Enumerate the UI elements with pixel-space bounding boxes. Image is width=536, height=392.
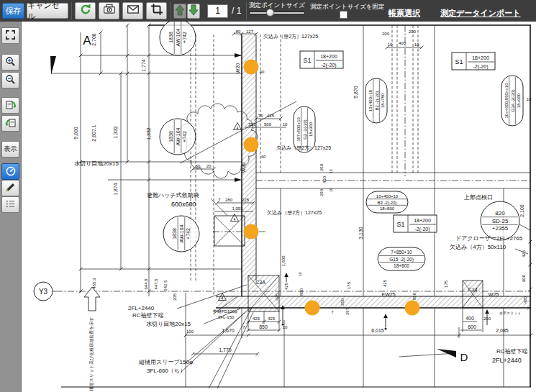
display-button[interactable]: 表示 — [1, 141, 19, 158]
rotate-back-button[interactable] — [1, 115, 19, 132]
drawing-annotation: 1,332 — [146, 127, 151, 140]
drawing-annotation: 225 — [242, 198, 250, 202]
drawing-annotation: 水平スリット — [499, 311, 521, 315]
measurement-point[interactable] — [244, 60, 259, 75]
drawing-annotation: 5,870 — [353, 86, 358, 99]
svg-text:18+800: 18+800 — [394, 263, 409, 268]
drawing-annotation: 400 — [465, 316, 474, 321]
drawing-annotation: 75 — [258, 114, 263, 118]
measurement-point[interactable] — [244, 224, 259, 240]
print-icon — [103, 3, 116, 19]
page-up-button[interactable] — [173, 4, 186, 19]
drawing-annotation: 175 — [347, 281, 351, 289]
zoom-out-icon — [5, 74, 16, 86]
drawing-annotation: 1,600 — [281, 255, 286, 267]
rotate-forward-icon — [5, 99, 17, 112]
drawing-annotation: 850 — [259, 324, 268, 329]
drawing-annotation: 水切り目地20x15 — [74, 160, 119, 167]
svg-text:+742: +742 — [186, 228, 191, 240]
drawing-annotation: 40 — [260, 70, 265, 74]
measurement-point[interactable] — [244, 137, 259, 152]
point-size-slider-thumb[interactable] — [266, 9, 274, 17]
drawing-canvas[interactable]: 1838AW-104+7421838AW-104+7421838AW-104+7… — [22, 22, 536, 392]
svg-text:+742: +742 — [182, 131, 187, 142]
drawing-annotation: 425 — [267, 114, 275, 118]
drawing-annotation: 縦樋用スリーブ150φ — [139, 359, 193, 365]
drawing-annotation: 353 — [248, 122, 256, 127]
drawing-annotation: 425 — [383, 279, 387, 287]
toolbar-separator — [170, 2, 171, 19]
drawing-annotation: 900 — [522, 274, 526, 282]
mail-button[interactable] — [122, 2, 143, 19]
drawing-annotation: C3A — [255, 280, 265, 285]
drawing-annotation: 10 — [283, 122, 288, 127]
pen-button[interactable] — [1, 180, 19, 196]
drawing-annotation: 425 — [268, 316, 276, 321]
page-down-button[interactable] — [187, 4, 200, 19]
zoom-in-icon — [5, 56, 16, 68]
save-button[interactable]: 保存 — [2, 3, 24, 19]
zoom-out-button[interactable] — [1, 72, 19, 88]
list-button[interactable] — [1, 196, 19, 213]
drawing-annotation: 2,708 — [91, 33, 96, 46]
drawing-geometry — [34, 25, 531, 388]
drawing-annotation: 175 — [444, 280, 448, 288]
drawing-annotation: 600 — [468, 324, 476, 329]
slab-label-s1-2: S118+200-2(-20) — [452, 53, 495, 70]
zoom-in-button[interactable] — [1, 54, 19, 70]
fix-point-size-checkbox[interactable] — [340, 11, 348, 19]
drawing-annotation: 10 — [329, 169, 333, 173]
fit-screen-button[interactable] — [1, 27, 19, 44]
measurement-point[interactable] — [305, 301, 320, 316]
svg-text:10+<600,850>+10: 10+<600,850>+10 — [504, 83, 509, 119]
drawing-annotation: 10 — [414, 42, 419, 47]
drawing-annotation: 250 — [340, 298, 345, 306]
svg-text:S1: S1 — [396, 221, 404, 228]
drawing-annotation: 10 — [283, 325, 288, 329]
drawing-annotation: 7 — [527, 306, 530, 311]
refresh-button[interactable] — [75, 2, 96, 19]
drawing-annotation: 600x600 — [171, 201, 196, 208]
svg-text:4: 4 — [222, 296, 224, 301]
data-import-link[interactable]: 測定データインポート — [440, 8, 521, 19]
svg-text:18+900: 18+900 — [309, 122, 313, 137]
drawing-annotation: 避難ハッチ式救助袋 — [147, 192, 199, 199]
slab-label-s1-3: S118+200-2(-20) — [394, 215, 437, 232]
section-marker-a — [50, 56, 56, 75]
point-size-label: 測定ポイントサイズ — [249, 1, 305, 10]
drawing-annotation: 1,874 — [113, 183, 118, 196]
drawing-annotation: 200 — [382, 32, 390, 36]
cancel-button[interactable]: キャンセル — [27, 3, 68, 19]
svg-text:18+200: 18+200 — [414, 218, 431, 223]
page-input[interactable]: 1 — [207, 4, 228, 18]
drawing-annotation: 2FL+2440 — [128, 305, 155, 311]
print-button[interactable] — [99, 2, 119, 19]
report-select-link[interactable]: 帳票選択 — [389, 8, 420, 19]
measure-tool-button[interactable] — [1, 163, 19, 180]
drawing-annotation: 425 — [253, 316, 260, 321]
door-label-sd25: 820SD-25+2355 — [481, 201, 519, 240]
svg-text:S1: S1 — [303, 57, 311, 64]
drawing-annotation: 60 — [196, 164, 201, 168]
drawing-annotation: 2,085 — [496, 328, 509, 333]
drawing-annotation: 447.5 — [154, 278, 158, 290]
drawing-annotation: RC袖壁下端 — [496, 348, 528, 355]
survey-arrow-icon — [383, 314, 388, 318]
crop-button[interactable] — [146, 2, 167, 19]
drawing-annotation: 9,000 — [73, 127, 78, 140]
toolbar: 保存 キャンセル 1 / 1 測定ポイントサイズ 測定ポイントサイズ — [0, 0, 536, 22]
svg-text:B3 -2(-20): B3 -2(-20) — [377, 201, 396, 205]
drawing-annotation: D — [460, 351, 468, 363]
survey-arrow-icon — [485, 309, 489, 314]
rotate-forward-button[interactable] — [1, 97, 19, 114]
point-size-slider[interactable] — [249, 12, 305, 14]
list-icon — [5, 199, 16, 211]
drawing-annotation: 425 — [284, 282, 289, 290]
drawing-annotation: 水切り目地20x15 — [146, 321, 191, 327]
drawing-annotation: 中継FD100φ — [213, 309, 237, 314]
section-marker-d — [437, 349, 456, 357]
drawing-annotation: 7 — [331, 310, 334, 314]
measurement-point[interactable] — [405, 301, 420, 316]
rotate-back-icon — [5, 117, 17, 130]
drawing-annotation: 242.5 — [163, 280, 168, 291]
